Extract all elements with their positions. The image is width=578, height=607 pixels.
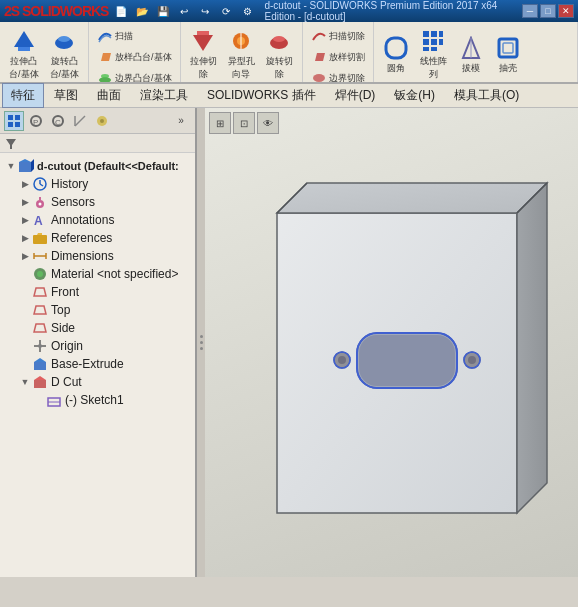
close-button[interactable]: ✕ (558, 4, 574, 18)
references-expand-icon[interactable]: ▶ (18, 231, 32, 245)
scan-cut-label: 扫描切除 (329, 30, 365, 43)
dim-manager-tab[interactable] (70, 111, 90, 131)
draft-button[interactable]: 拔模 (453, 33, 489, 78)
scan-button[interactable]: 扫描 (93, 26, 176, 46)
svg-point-58 (37, 271, 43, 277)
tree-item-base-extrude[interactable]: ▶ Base-Extrude (2, 355, 193, 373)
tab-feature[interactable]: 特征 (2, 83, 44, 108)
svg-rect-8 (197, 31, 209, 35)
display-style-button[interactable]: ⊡ (233, 112, 255, 134)
svg-rect-23 (423, 47, 429, 51)
filter-icon (4, 136, 18, 150)
undo-button[interactable]: ↩ (175, 2, 193, 20)
linear-pattern-button[interactable]: 线性阵列 (415, 26, 452, 84)
collapse-panel-button[interactable]: » (171, 111, 191, 131)
feature-manager-tab[interactable] (4, 111, 24, 131)
3d-viewport[interactable]: ⊞ ⊡ 👁 (205, 108, 578, 577)
boundary-cut-button[interactable]: 边界切除 (307, 68, 369, 84)
hide-show-button[interactable]: 👁 (257, 112, 279, 134)
tree-item-sketch1[interactable]: ▶ (-) Sketch1 (2, 391, 193, 409)
svg-marker-60 (34, 306, 46, 314)
svg-point-15 (313, 74, 325, 82)
config-manager-tab[interactable]: C (48, 111, 68, 131)
pull-boss-label: 拉伸凸台/基体 (9, 55, 39, 81)
tree-item-origin[interactable]: ▶ Origin (2, 337, 193, 355)
dimensions-expand-icon[interactable]: ▶ (18, 249, 32, 263)
sensors-expand-icon[interactable]: ▶ (18, 195, 32, 209)
options-button[interactable]: ⚙ (238, 2, 256, 20)
tab-sketch[interactable]: 草图 (45, 83, 87, 108)
tab-weld[interactable]: 焊件(D) (326, 83, 385, 108)
svg-text:P: P (33, 118, 38, 127)
shell-icon (496, 36, 520, 60)
loft-button[interactable]: 放样凸台/基体 (93, 47, 176, 67)
tree-item-references[interactable]: ▶ References (2, 229, 193, 247)
new-button[interactable]: 📄 (112, 2, 130, 20)
rotate-boss-button[interactable]: 旋转凸台/基体 (45, 26, 85, 84)
tab-render[interactable]: 渲染工具 (131, 83, 197, 108)
rotate-cut-button[interactable]: 旋转切除 (261, 26, 298, 84)
scan-label: 扫描 (115, 30, 133, 43)
base-extrude-icon (32, 356, 48, 372)
maximize-button[interactable]: □ (540, 4, 556, 18)
pull-cut-button[interactable]: 拉伸切除 (185, 26, 222, 84)
diff-cut-button[interactable]: 异型孔向导 (223, 26, 260, 84)
draft-label: 拔模 (462, 62, 480, 75)
rotate-boss-icon (52, 29, 76, 53)
svg-rect-27 (499, 39, 517, 57)
minimize-button[interactable]: ─ (522, 4, 538, 18)
tree-item-side[interactable]: ▶ Side (2, 319, 193, 337)
rebuild-button[interactable]: ⟳ (217, 2, 235, 20)
app-logo: 2S SOLIDWORKS (4, 3, 108, 19)
tree-item-dimensions[interactable]: ▶ Dimensions (2, 247, 193, 265)
window-controls: ─ □ ✕ (522, 4, 574, 18)
open-button[interactable]: 📂 (133, 2, 151, 20)
svg-rect-30 (15, 115, 20, 120)
svg-marker-72 (277, 183, 547, 213)
svg-point-77 (338, 356, 346, 364)
fillet-label: 圆角 (387, 62, 405, 75)
tree-root-label: d-cutout (Default<<Default: (37, 160, 179, 172)
annotations-expand-icon[interactable]: ▶ (18, 213, 32, 227)
fillet-button[interactable]: 圆角 (378, 33, 414, 78)
shell-button[interactable]: 抽壳 (490, 33, 526, 78)
boundary-button[interactable]: 边界凸台/基体 (93, 68, 176, 84)
part-icon (18, 158, 34, 174)
scan-cut-button[interactable]: 扫描切除 (307, 26, 369, 46)
pull-boss-button[interactable]: 拉伸凸台/基体 (4, 26, 44, 84)
tree-item-material[interactable]: ▶ Material <not specified> (2, 265, 193, 283)
display-manager-tab[interactable] (92, 111, 112, 131)
tab-sheet[interactable]: 钣金(H) (385, 83, 444, 108)
tree-item-annotations[interactable]: ▶ A Annotations (2, 211, 193, 229)
feature-manager-panel: P C » ▼ d-cuto (0, 108, 197, 577)
view-orientation-button[interactable]: ⊞ (209, 112, 231, 134)
loft-cut-button[interactable]: 放样切割 (307, 47, 369, 67)
property-manager-tab[interactable]: P (26, 111, 46, 131)
title-bar: 2S SOLIDWORKS 📄 📂 💾 ↩ ↪ ⟳ ⚙ d-cutout - S… (0, 0, 578, 22)
tree-item-d-cut[interactable]: ▼ D Cut (2, 373, 193, 391)
tab-surface[interactable]: 曲面 (88, 83, 130, 108)
tree-item-top[interactable]: ▶ Top (2, 301, 193, 319)
panel-toolbar: P C » (0, 108, 195, 134)
redo-button[interactable]: ↪ (196, 2, 214, 20)
save-button[interactable]: 💾 (154, 2, 172, 20)
tab-mold[interactable]: 模具工具(O) (445, 83, 528, 108)
tree-item-front[interactable]: ▶ Front (2, 283, 193, 301)
root-expand-icon[interactable]: ▼ (4, 159, 18, 173)
tab-plugins[interactable]: SOLIDWORKS 插件 (198, 83, 325, 108)
tree-item-history[interactable]: ▶ History (2, 175, 193, 193)
sketch1-icon (46, 392, 62, 408)
origin-label: Origin (51, 339, 83, 353)
tree-root-item[interactable]: ▼ d-cutout (Default<<Default: (2, 157, 193, 175)
tree-item-sensors[interactable]: ▶ Sensors (2, 193, 193, 211)
origin-icon (32, 338, 48, 354)
svg-rect-32 (15, 122, 20, 127)
svg-line-47 (40, 184, 43, 186)
sketch1-label: (-) Sketch1 (65, 393, 124, 407)
ribbon-section-cut2: 扫描切除 放样切割 边界切除 (303, 22, 374, 82)
history-expand-icon[interactable]: ▶ (18, 177, 32, 191)
base-extrude-expand-icon: ▶ (18, 357, 32, 371)
panel-resize-handle[interactable] (197, 108, 205, 577)
d-cut-expand-icon[interactable]: ▼ (18, 375, 32, 389)
svg-rect-19 (439, 31, 443, 37)
